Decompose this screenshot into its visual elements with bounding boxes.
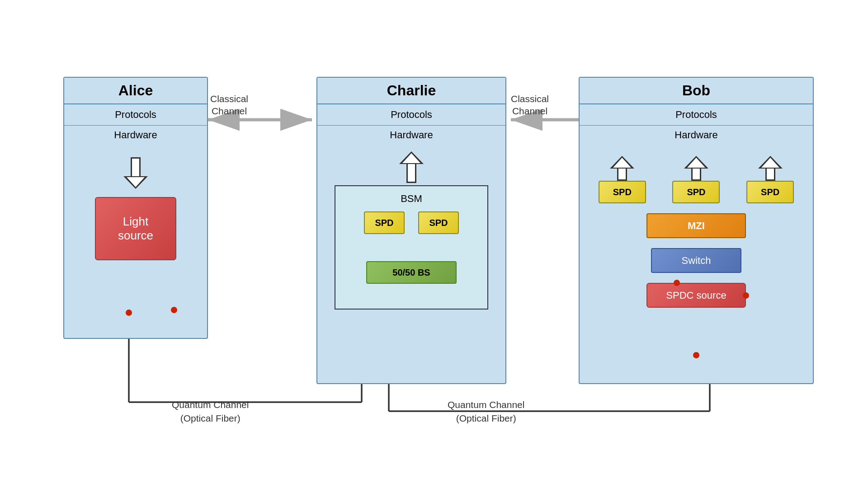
- bob-hardware: Hardware: [580, 126, 813, 145]
- quantum-channel-label-right: Quantum Channel(Optical Fiber): [448, 398, 524, 425]
- alice-content: Lightsource: [64, 145, 207, 338]
- bob-spdc: SPDC source: [646, 283, 746, 308]
- alice-protocols: Protocols: [64, 104, 207, 126]
- bsm-spd-row: SPD SPD: [364, 211, 459, 234]
- charlie-spd2: SPD: [418, 211, 459, 234]
- diagram: ClassicalChannel ClassicalChannel Quantu…: [50, 41, 818, 447]
- bob-spdc-row: SPDC source: [646, 283, 746, 308]
- spdc-dot: [743, 292, 749, 299]
- bob-spd3: SPD: [746, 181, 794, 203]
- bs-box: 50/50 BS: [366, 261, 457, 284]
- charlie-hardware: Hardware: [317, 126, 505, 145]
- bob-node: Bob Protocols Hardware SPD: [579, 77, 814, 384]
- spdc-dot2: [674, 280, 680, 286]
- bob-spd3-col: SPD: [746, 156, 794, 203]
- bob-spd2-col: SPD: [672, 156, 720, 203]
- charlie-content: BSM SPD SPD 50/50 BS: [317, 145, 505, 383]
- bsm-title: BSM: [401, 193, 422, 205]
- classical-channel-label-right: ClassicalChannel: [511, 93, 549, 117]
- alice-hardware: Hardware: [64, 126, 207, 145]
- charlie-spd1: SPD: [364, 211, 405, 234]
- classical-channel-label-left: ClassicalChannel: [210, 93, 248, 117]
- charlie-up-arrow: [399, 151, 424, 183]
- alice-dot: [171, 307, 177, 313]
- bob-switch: Switch: [651, 248, 741, 273]
- bob-spd2: SPD: [672, 181, 720, 203]
- bob-up-arrow2: [684, 156, 708, 181]
- alice-down-arrow: [123, 157, 148, 189]
- bob-switch-row: Switch: [651, 248, 741, 273]
- quantum-channel-label-left: Quantum Channel(Optical Fiber): [172, 398, 249, 425]
- bob-up-arrow3: [758, 156, 783, 181]
- alice-node: Alice Protocols Hardware Lightsource: [63, 77, 208, 339]
- alice-light-source: Lightsource: [95, 197, 176, 260]
- bob-spd-row: SPD SPD: [589, 156, 804, 203]
- bsm-box: BSM SPD SPD 50/50 BS: [335, 185, 488, 310]
- bob-protocols: Protocols: [580, 104, 813, 126]
- charlie-protocols: Protocols: [317, 104, 505, 126]
- bob-quantum-dot: [693, 352, 699, 358]
- bob-mzi: MZI: [646, 213, 746, 238]
- charlie-node: Charlie Protocols Hardware BSM SPD SPD 5…: [316, 77, 506, 384]
- bob-content: SPD SPD: [580, 145, 813, 383]
- alice-title: Alice: [64, 78, 207, 104]
- bob-spd1: SPD: [599, 181, 646, 203]
- bob-up-arrow1: [610, 156, 634, 181]
- alice-quantum-dot: [126, 310, 132, 316]
- bob-title: Bob: [580, 78, 813, 104]
- charlie-title: Charlie: [317, 78, 505, 104]
- bob-mzi-row: MZI: [646, 213, 746, 238]
- bob-spd1-col: SPD: [599, 156, 646, 203]
